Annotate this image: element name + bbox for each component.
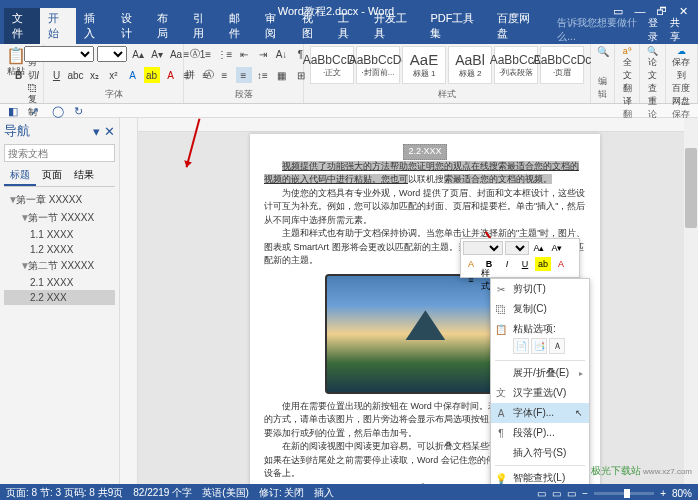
view-web-icon[interactable]: ▭ — [567, 488, 576, 499]
tab-tools[interactable]: 工具 — [330, 8, 366, 44]
selected-text[interactable]: 视频提供了功能强大的方法帮助您证明您的观点 — [282, 161, 471, 171]
italic-icon[interactable]: I — [30, 67, 46, 83]
tab-mailings[interactable]: 邮件 — [221, 8, 257, 44]
style-item-h1[interactable]: AaE标题 1 — [402, 46, 446, 84]
nav-item-s2[interactable]: ▼第二节 XXXXX — [4, 257, 115, 275]
bullets-icon[interactable]: ≡ — [179, 46, 195, 62]
font-color-icon[interactable]: A — [163, 67, 179, 83]
style-item-h2[interactable]: AaBl标题 2 — [448, 46, 492, 84]
nav-item-1-2[interactable]: 1.2 XXXX — [4, 242, 115, 257]
underline-icon[interactable]: U — [49, 67, 65, 83]
login-link[interactable]: 登录 — [648, 16, 666, 44]
document-area[interactable]: 2.2·XXX 视频提供了功能强大的方法帮助您证明您的观点在线搜索最适合您的文档… — [120, 118, 698, 484]
tab-view[interactable]: 视图 — [294, 8, 330, 44]
ctx-hanzi[interactable]: 文汉字重选(V) — [491, 383, 589, 403]
text-effects-icon[interactable]: A — [125, 67, 141, 83]
nav-toggle-icon[interactable]: ◧ — [8, 105, 20, 117]
ctx-paragraph[interactable]: ¶段落(P)... — [491, 423, 589, 443]
tab-design[interactable]: 设计 — [113, 8, 149, 44]
font-family-select[interactable] — [24, 46, 94, 62]
status-insert[interactable]: 插入 — [314, 486, 334, 500]
style-item-cover[interactable]: AaBbCcDc·封面前... — [356, 46, 400, 84]
sort-icon[interactable]: A↓ — [274, 46, 290, 62]
nav-item-s1[interactable]: ▼第一节 XXXXX — [4, 209, 115, 227]
translate-icon[interactable]: a⁹ — [621, 46, 633, 56]
strike-icon[interactable]: abc — [68, 67, 84, 83]
indent-dec-icon[interactable]: ⇤ — [236, 46, 252, 62]
horizontal-ruler[interactable] — [138, 118, 684, 132]
nav-tab-headings[interactable]: 标题 — [4, 166, 36, 186]
status-lang[interactable]: 英语(美国) — [202, 486, 249, 500]
shrink-font-icon[interactable]: A▾ — [149, 46, 165, 62]
find-icon[interactable]: 🔍 — [597, 46, 609, 57]
ctx-copy[interactable]: ⿻复制(C) — [491, 299, 589, 319]
zoom-in-icon[interactable]: + — [660, 488, 666, 499]
ctx-expand[interactable]: 展开/折叠(E)▸ — [491, 363, 589, 383]
mini-font-select[interactable] — [463, 241, 503, 255]
scrollbar-thumb[interactable] — [685, 148, 697, 228]
vertical-scrollbar[interactable] — [684, 118, 698, 484]
mini-size-select[interactable] — [505, 241, 529, 255]
zoom-out-icon[interactable]: − — [582, 488, 588, 499]
status-words[interactable]: 82/2219 个字 — [133, 486, 192, 500]
mini-bullets-icon[interactable]: ≡ — [463, 273, 479, 287]
bold-icon[interactable]: B — [11, 67, 27, 83]
arrow-icon[interactable]: ↗ — [30, 105, 42, 117]
tab-layout[interactable]: 布局 — [149, 8, 185, 44]
tab-file[interactable]: 文件 — [4, 8, 40, 44]
ctx-cut[interactable]: ✂剪切(T) — [491, 279, 589, 299]
nav-tab-pages[interactable]: 页面 — [36, 166, 68, 186]
mini-color-icon[interactable]: A — [553, 257, 569, 271]
align-right-icon[interactable]: ≡ — [217, 67, 233, 83]
paste-icon[interactable]: 📋 — [6, 46, 26, 65]
status-track[interactable]: 修订: 关闭 — [259, 486, 305, 500]
highlight-icon[interactable]: ab — [144, 67, 160, 83]
loop-icon[interactable]: ↻ — [74, 105, 86, 117]
ctx-font[interactable]: A字体(F)...↖ — [491, 403, 589, 423]
body-paragraph[interactable]: 为使您的文档具有专业外观，Word 提供了页眉、封面和文本框设计，这些设计可互为… — [264, 187, 586, 228]
font-size-select[interactable] — [97, 46, 127, 62]
nav-close-icon[interactable]: ▾ ✕ — [93, 124, 115, 139]
paste-merge-icon[interactable]: 📑 — [531, 338, 547, 354]
vertical-ruler[interactable] — [120, 118, 138, 484]
share-button[interactable]: 共享 — [670, 16, 688, 44]
grow-font-icon[interactable]: A▴ — [130, 46, 146, 62]
nav-item-2-2[interactable]: 2.2 XXX — [4, 290, 115, 305]
nav-search-input[interactable] — [4, 144, 115, 162]
align-center-icon[interactable]: ≡ — [198, 67, 214, 83]
align-justify-icon[interactable]: ≡ — [236, 67, 252, 83]
multilevel-icon[interactable]: ⋮≡ — [217, 46, 233, 62]
paste-text-icon[interactable]: Ａ — [549, 338, 565, 354]
ctx-insert-symbol[interactable]: 插入符号(S) — [491, 443, 589, 463]
style-item-header[interactable]: AaBbCcDc·页眉 — [540, 46, 584, 84]
superscript-icon[interactable]: x² — [106, 67, 122, 83]
mini-highlight-icon[interactable]: ab — [535, 257, 551, 271]
style-item-list[interactable]: AaBbCcD·列表段落 — [494, 46, 538, 84]
circle-icon[interactable]: ◯ — [52, 105, 64, 117]
status-page[interactable]: 页面: 8 节: 3 页码: 8 共9页 — [6, 486, 123, 500]
subscript-icon[interactable]: x₂ — [87, 67, 103, 83]
tab-insert[interactable]: 插入 — [76, 8, 112, 44]
nav-item-1-1[interactable]: 1.1 XXXX — [4, 227, 115, 242]
tab-baidu[interactable]: 百度网盘 — [489, 8, 545, 44]
style-item-normal[interactable]: AaBbCcDc·正文 — [310, 46, 354, 84]
plagiarism-icon[interactable]: 🔍 — [646, 46, 658, 56]
line-spacing-icon[interactable]: ↕≡ — [255, 67, 271, 83]
heading-2-2[interactable]: 2.2·XXX — [403, 144, 446, 160]
nav-tab-results[interactable]: 结果 — [68, 166, 100, 186]
mini-styles-icon[interactable]: A — [463, 257, 479, 271]
indent-inc-icon[interactable]: ⇥ — [255, 46, 271, 62]
mini-grow-icon[interactable]: A▴ — [531, 241, 547, 255]
mini-shrink-icon[interactable]: A▾ — [549, 241, 565, 255]
tab-pdf[interactable]: PDF工具集 — [422, 8, 489, 44]
nav-item-ch1[interactable]: ▼第一章 XXXXX — [4, 191, 115, 209]
numbering-icon[interactable]: 1≡ — [198, 46, 214, 62]
nav-item-2-1[interactable]: 2.1 XXXX — [4, 275, 115, 290]
styles-gallery[interactable]: AaBbCcDc·正文 AaBbCcDc·封面前... AaE标题 1 AaBl… — [310, 46, 584, 84]
zoom-level[interactable]: 80% — [672, 488, 692, 499]
netdisk-icon[interactable]: ☁ — [672, 46, 691, 56]
tab-references[interactable]: 引用 — [185, 8, 221, 44]
mini-italic-icon[interactable]: I — [499, 257, 515, 271]
view-print-icon[interactable]: ▭ — [552, 488, 561, 499]
view-read-icon[interactable]: ▭ — [537, 488, 546, 499]
